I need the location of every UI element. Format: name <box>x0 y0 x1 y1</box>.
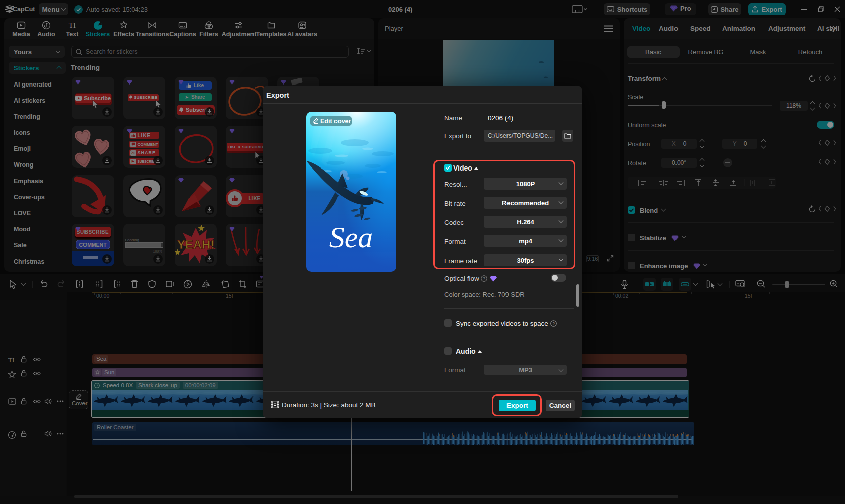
svg-text:Edit cover: Edit cover <box>320 118 351 125</box>
svg-text:Sea: Sea <box>329 221 373 254</box>
svg-text:?: ? <box>552 321 555 326</box>
svg-text:?: ? <box>483 276 485 281</box>
